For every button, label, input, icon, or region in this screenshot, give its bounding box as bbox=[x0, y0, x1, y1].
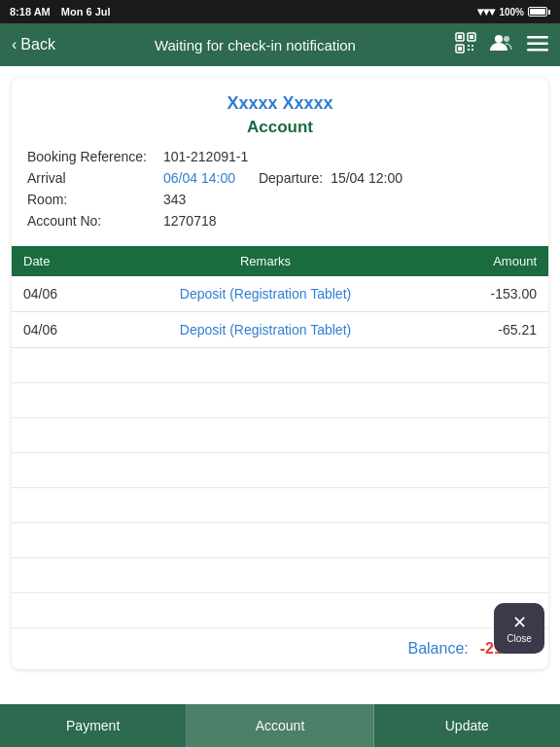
empty-row bbox=[12, 418, 548, 453]
tab-payment[interactable]: Payment bbox=[0, 704, 187, 747]
booking-ref-label: Booking Reference: bbox=[27, 149, 163, 164]
col-remarks: Remarks bbox=[91, 254, 439, 268]
booking-ref-value: 101-212091-1 bbox=[163, 149, 248, 164]
nav-title: Waiting for check-in notification bbox=[55, 37, 455, 53]
empty-row bbox=[12, 453, 548, 488]
svg-rect-5 bbox=[458, 47, 462, 51]
battery-percent: 100% bbox=[499, 7, 524, 18]
row2-amount: -65.21 bbox=[439, 322, 537, 338]
date-display: Mon 6 Jul bbox=[61, 6, 111, 18]
tab-update[interactable]: Update bbox=[374, 704, 560, 747]
tab-bar: Payment Account Update bbox=[0, 704, 560, 747]
table-row: 04/06 Deposit (Registration Tablet) -65.… bbox=[12, 312, 548, 348]
empty-row bbox=[12, 348, 548, 383]
users-icon[interactable] bbox=[490, 33, 513, 57]
svg-rect-3 bbox=[470, 35, 473, 39]
status-time: 8:18 AM Mon 6 Jul bbox=[10, 6, 111, 18]
account-no-label: Account No: bbox=[27, 213, 163, 229]
account-card: Xxxxx Xxxxx Account Booking Reference: 1… bbox=[12, 78, 548, 669]
row2-remarks: Deposit (Registration Tablet) bbox=[91, 322, 439, 338]
menu-icon[interactable] bbox=[527, 34, 548, 56]
svg-rect-8 bbox=[468, 49, 470, 51]
status-indicators: ▾▾▾ 100% bbox=[477, 5, 550, 18]
svg-rect-7 bbox=[472, 45, 473, 47]
col-date: Date bbox=[23, 254, 91, 268]
svg-rect-6 bbox=[468, 45, 470, 47]
row1-amount: -153.00 bbox=[439, 286, 537, 302]
arrival-departure-row: Arrival 06/04 14:00 Departure: 15/04 12:… bbox=[27, 170, 533, 186]
svg-rect-14 bbox=[527, 49, 548, 52]
account-no-value: 1270718 bbox=[163, 213, 217, 229]
room-row: Room: 343 bbox=[27, 192, 533, 207]
qr-code-icon[interactable] bbox=[455, 32, 476, 58]
departure-value: 15/04 12:00 bbox=[331, 170, 402, 186]
col-amount: Amount bbox=[439, 254, 537, 268]
back-button[interactable]: ‹ Back bbox=[12, 36, 55, 53]
tab-update-label: Update bbox=[445, 718, 489, 733]
empty-row bbox=[12, 383, 548, 418]
close-x-icon: ✕ bbox=[512, 614, 527, 631]
account-title: Account bbox=[12, 118, 548, 149]
svg-point-11 bbox=[504, 36, 509, 42]
balance-label: Balance: bbox=[407, 640, 468, 658]
svg-rect-13 bbox=[527, 42, 548, 45]
tab-account-label: Account bbox=[256, 718, 305, 733]
row1-remarks: Deposit (Registration Tablet) bbox=[91, 286, 439, 302]
table-header: Date Remarks Amount bbox=[12, 246, 548, 276]
svg-rect-12 bbox=[527, 36, 548, 39]
nav-icons bbox=[455, 32, 548, 58]
booking-ref-row: Booking Reference: 101-212091-1 bbox=[27, 149, 533, 164]
room-value: 343 bbox=[163, 192, 186, 207]
row1-date: 04/06 bbox=[23, 286, 91, 302]
nav-bar: ‹ Back Waiting for check-in notification bbox=[0, 23, 560, 66]
empty-row bbox=[12, 558, 548, 593]
wifi-icon: ▾▾▾ bbox=[477, 5, 495, 18]
arrival-label: Arrival bbox=[27, 170, 163, 186]
time-display: 8:18 AM bbox=[10, 6, 51, 18]
balance-row: Balance: -218.21 bbox=[12, 628, 548, 669]
svg-rect-9 bbox=[472, 49, 473, 51]
tab-account[interactable]: Account bbox=[187, 704, 373, 747]
main-content: Xxxxx Xxxxx Account Booking Reference: 1… bbox=[0, 66, 560, 704]
status-bar: 8:18 AM Mon 6 Jul ▾▾▾ 100% bbox=[0, 0, 560, 23]
room-label: Room: bbox=[27, 192, 163, 207]
guest-name: Xxxxx Xxxxx bbox=[12, 78, 548, 118]
svg-rect-1 bbox=[458, 35, 462, 39]
row2-date: 04/06 bbox=[23, 322, 91, 338]
battery-icon bbox=[528, 7, 550, 17]
back-label: Back bbox=[20, 36, 55, 53]
departure-label: Departure: bbox=[259, 170, 323, 186]
svg-point-10 bbox=[495, 35, 503, 43]
arrival-value: 06/04 14:00 bbox=[163, 170, 235, 186]
account-no-row: Account No: 1270718 bbox=[27, 213, 533, 229]
empty-row bbox=[12, 593, 548, 628]
empty-row bbox=[12, 523, 548, 558]
close-button-label: Close bbox=[507, 633, 532, 644]
tab-payment-label: Payment bbox=[66, 718, 120, 733]
close-button-container: ✕ Close bbox=[494, 603, 544, 654]
booking-info: Booking Reference: 101-212091-1 Arrival … bbox=[12, 149, 548, 246]
close-button[interactable]: ✕ Close bbox=[494, 603, 544, 654]
back-chevron-icon: ‹ bbox=[12, 36, 17, 53]
empty-row bbox=[12, 488, 548, 523]
table-row: 04/06 Deposit (Registration Tablet) -153… bbox=[12, 276, 548, 312]
